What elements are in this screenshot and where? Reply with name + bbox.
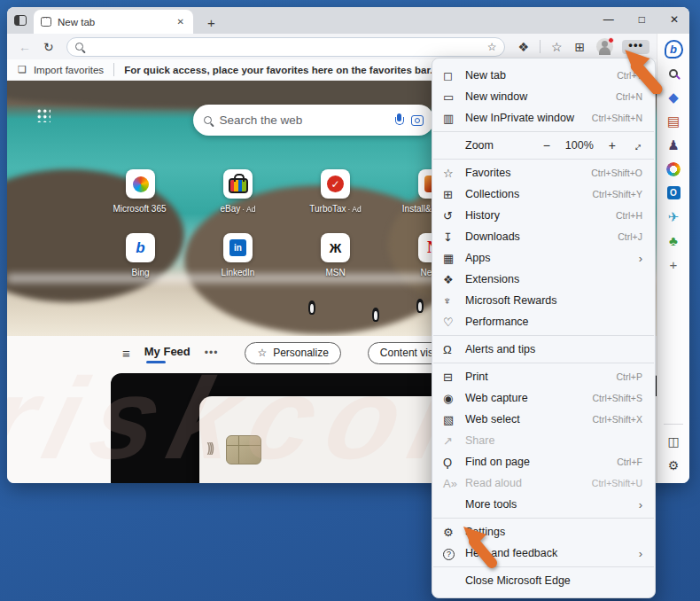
bell-icon: Ω bbox=[443, 343, 465, 356]
sidebar-add-button[interactable]: + bbox=[662, 254, 685, 276]
tab-actions-menu-button[interactable] bbox=[7, 7, 34, 34]
new-tab-button[interactable]: + bbox=[202, 15, 221, 34]
shortcut-linkedin[interactable]: in LinkedIn bbox=[212, 233, 265, 277]
outlook-icon: O bbox=[667, 186, 681, 199]
profile-avatar[interactable] bbox=[596, 38, 613, 55]
menu-item-downloads[interactable]: ↧ Downloads Ctrl+J bbox=[432, 226, 655, 247]
collections-button[interactable]: ⊞ bbox=[571, 41, 590, 53]
refresh-button[interactable]: ↻ bbox=[39, 41, 58, 53]
sidebar-microsoft-365-button[interactable] bbox=[662, 158, 685, 180]
feed-more-icon[interactable]: ••• bbox=[205, 347, 219, 359]
toolbar-divider bbox=[540, 40, 541, 53]
menu-item-zoom: Zoom − 100% + ↔ bbox=[432, 135, 655, 156]
add-favorite-icon[interactable]: ☆ bbox=[487, 41, 497, 53]
menu-item-print[interactable]: ⊟ Print Ctrl+P bbox=[432, 366, 655, 387]
sidebar-drop-button[interactable]: ✈ bbox=[662, 206, 685, 228]
shortcut-ebay[interactable]: eBay· Ad bbox=[212, 169, 265, 214]
sidebar-games-button[interactable]: ♟ bbox=[662, 134, 685, 156]
zoom-in-button[interactable]: + bbox=[607, 138, 618, 152]
sidebar-tree-button[interactable]: ♣ bbox=[662, 230, 685, 252]
sparkle-star-icon: ☆ bbox=[257, 347, 267, 359]
linkedin-icon: in bbox=[229, 239, 246, 256]
search-icon bbox=[75, 43, 83, 51]
edge-sidebar: b ◆ ▤ ♟ O ✈ ♣ + ◫ ⚙ bbox=[657, 34, 689, 483]
extensions-icon: ❖ bbox=[443, 273, 465, 286]
menu-item-close-microsoft-edge[interactable]: Close Microsoft Edge bbox=[432, 570, 655, 591]
turbotax-check-icon: ✓ bbox=[327, 176, 344, 192]
visual-search-icon[interactable] bbox=[411, 115, 424, 126]
address-bar[interactable]: ☆ bbox=[66, 37, 506, 57]
zoom-out-button[interactable]: − bbox=[541, 138, 552, 152]
back-button[interactable]: ← bbox=[14, 41, 35, 53]
window-controls: — □ ✕ bbox=[600, 9, 682, 30]
history-icon: ↺ bbox=[443, 209, 465, 222]
import-favorites-button[interactable]: Import favorites bbox=[34, 65, 104, 75]
menu-item-history[interactable]: ↺ History Ctrl+H bbox=[432, 205, 655, 226]
microsoft-365-icon bbox=[666, 162, 681, 176]
menu-item-web-select[interactable]: ▧ Web select Ctrl+Shift+X bbox=[432, 409, 655, 430]
msn-butterfly-icon: Ж bbox=[330, 240, 342, 255]
import-favorites-icon: ❏ bbox=[18, 64, 27, 75]
callout-arrow-to-settings bbox=[462, 524, 504, 568]
search-icon bbox=[669, 69, 678, 78]
sidebar-outlook-button[interactable]: O bbox=[662, 182, 685, 204]
menu-item-microsoft-rewards[interactable]: ♆ Microsoft Rewards bbox=[432, 290, 655, 311]
maximize-button[interactable]: □ bbox=[635, 13, 649, 26]
submenu-chevron-icon: › bbox=[639, 498, 642, 511]
minimize-button[interactable]: — bbox=[600, 13, 618, 26]
performance-heart-icon: ♡ bbox=[443, 316, 465, 329]
submenu-chevron-icon: › bbox=[639, 252, 642, 265]
search-box[interactable]: Search the web bbox=[193, 105, 434, 136]
tab-close-icon[interactable]: ✕ bbox=[175, 15, 186, 28]
sidebar-settings-button[interactable]: ⚙ bbox=[662, 454, 685, 476]
web-capture-icon: ◉ bbox=[443, 392, 465, 405]
menu-item-find-on-page[interactable]: Ϙ Find on page Ctrl+F bbox=[432, 451, 655, 472]
microphone-icon[interactable] bbox=[395, 113, 403, 127]
favorites-button[interactable]: ☆ bbox=[547, 41, 567, 53]
personalize-button[interactable]: ☆ Personalize bbox=[245, 342, 340, 364]
close-button[interactable]: ✕ bbox=[666, 13, 682, 26]
shortcut-bing[interactable]: b Bing bbox=[114, 233, 167, 277]
tab-new-tab[interactable]: New tab ✕ bbox=[34, 10, 193, 34]
menu-item-share: ↗ Share bbox=[432, 430, 655, 451]
menu-item-web-capture[interactable]: ◉ Web capture Ctrl+Shift+S bbox=[432, 387, 655, 409]
menu-item-more-tools[interactable]: More tools › bbox=[432, 494, 655, 515]
penguin bbox=[416, 299, 424, 313]
search-placeholder: Search the web bbox=[220, 113, 387, 127]
menu-item-new-inprivate-window[interactable]: ▥ New InPrivate window Ctrl+Shift+N bbox=[432, 107, 655, 129]
penguin bbox=[308, 300, 315, 315]
menu-item-performance[interactable]: ♡ Performance bbox=[432, 311, 655, 332]
new-tab-icon: ◻ bbox=[443, 69, 465, 82]
sidebar-tools-button[interactable]: ▤ bbox=[662, 110, 685, 132]
menu-separator bbox=[433, 518, 654, 519]
callout-arrow-to-more-button bbox=[622, 48, 668, 94]
rewards-icon: ♆ bbox=[443, 294, 465, 308]
shortcut-microsoft-365[interactable]: Microsoft 365 bbox=[114, 169, 167, 214]
tab-title: New tab bbox=[58, 17, 169, 27]
ebay-bag-icon bbox=[230, 180, 246, 191]
navigation-toolbar: ← ↻ ☆ ❖ ☆ ⊞ ••• bbox=[7, 34, 657, 59]
menu-separator bbox=[433, 159, 654, 160]
shortcut-turbotax[interactable]: ✓ TurboTax· Ad bbox=[309, 169, 362, 214]
feed-tab-my-feed[interactable]: My Feed bbox=[144, 345, 191, 361]
menu-separator bbox=[433, 363, 654, 363]
menu-item-read-aloud: A» Read aloud Ctrl+Shift+U bbox=[432, 472, 655, 494]
menu-item-extensions[interactable]: ❖ Extensions bbox=[432, 269, 655, 290]
favbar-divider bbox=[113, 63, 114, 76]
bing-icon: b bbox=[136, 239, 144, 257]
menu-item-alerts-and-tips[interactable]: Ω Alerts and tips bbox=[432, 339, 655, 360]
menu-item-collections[interactable]: ⊞ Collections Ctrl+Shift+Y bbox=[432, 183, 655, 205]
menu-separator bbox=[433, 131, 654, 132]
fullscreen-icon[interactable]: ↔ bbox=[628, 137, 646, 154]
sidebar-panel-toggle-button[interactable]: ◫ bbox=[662, 430, 685, 452]
menu-item-favorites[interactable]: ☆ Favorites Ctrl+Shift+O bbox=[432, 162, 655, 183]
menu-item-apps[interactable]: ▦ Apps › bbox=[432, 247, 655, 269]
new-tab-favicon-icon bbox=[41, 17, 51, 27]
read-aloud-icon: A» bbox=[443, 477, 465, 490]
submenu-chevron-icon: › bbox=[639, 547, 642, 560]
shortcut-msn[interactable]: Ж MSN bbox=[309, 233, 362, 277]
apps-icon: ▦ bbox=[443, 252, 465, 265]
extensions-button[interactable]: ❖ bbox=[513, 41, 533, 53]
feed-menu-icon[interactable]: ≡ bbox=[122, 346, 130, 361]
sidebar-divider bbox=[664, 424, 683, 425]
